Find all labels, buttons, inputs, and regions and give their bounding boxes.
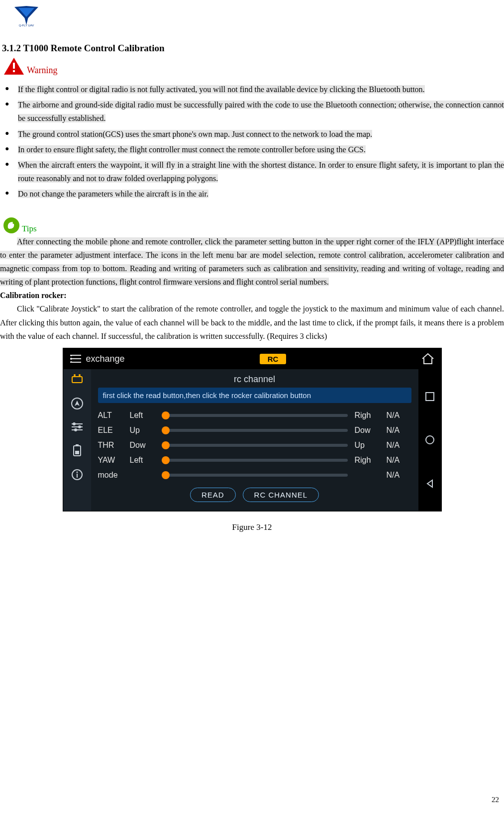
- panel-title: rc channel: [98, 373, 411, 388]
- model-icon[interactable]: [71, 374, 84, 385]
- nav-home-icon[interactable]: [425, 435, 435, 445]
- channel-right: Righ: [355, 456, 380, 465]
- svg-point-12: [79, 374, 81, 376]
- calibration-heading: Calibration rocker:: [0, 289, 504, 302]
- warning-item: When the aircraft enters the waypoint, i…: [0, 158, 504, 187]
- warning-list: If the flight control or digital radio i…: [0, 80, 504, 203]
- tips-label: Tips: [22, 224, 37, 234]
- app-screenshot: exchange RC: [63, 348, 442, 511]
- tips-paragraph: After connecting the mobile phone and re…: [0, 235, 504, 289]
- compass-icon[interactable]: [71, 397, 84, 410]
- warning-item: Do not change the parameters while the a…: [0, 187, 504, 203]
- channel-slider[interactable]: [162, 474, 348, 477]
- channel-row: YAW Left Righ N/A: [98, 453, 411, 468]
- tune-icon[interactable]: [71, 422, 84, 432]
- channel-dir: Left: [130, 411, 155, 420]
- calibration-paragraph: Click "Calibrate Joystick" to start the …: [0, 302, 504, 343]
- page-number: 22: [492, 796, 499, 804]
- svg-point-14: [73, 422, 76, 425]
- channel-slider[interactable]: [162, 459, 348, 462]
- tips-icon: [3, 217, 20, 234]
- brand-logo: Q-FLY UAV: [0, 5, 504, 34]
- channel-name: mode: [98, 471, 123, 480]
- svg-point-15: [78, 425, 81, 428]
- menu-icon[interactable]: [70, 355, 81, 363]
- hint-bar: first click the read button,then click t…: [98, 388, 411, 403]
- svg-point-21: [76, 472, 78, 473]
- svg-point-9: [70, 361, 72, 363]
- svg-rect-23: [426, 393, 434, 401]
- qfly-logo-icon: Q-FLY UAV: [12, 5, 40, 27]
- warning-item: If the flight control or digital radio i…: [0, 83, 504, 98]
- channel-slider[interactable]: [162, 414, 348, 417]
- battery-icon[interactable]: [72, 444, 83, 457]
- svg-point-24: [426, 436, 434, 444]
- svg-rect-1: [13, 63, 15, 69]
- channel-na: N/A: [387, 411, 411, 420]
- channel-row: ELE Up Dow N/A: [98, 423, 411, 438]
- svg-point-8: [70, 358, 72, 360]
- svg-rect-18: [76, 444, 79, 446]
- topbar-exchange-label[interactable]: exchange: [86, 354, 125, 364]
- rc-channel-button[interactable]: RC CHANNEL: [243, 488, 319, 502]
- warning-item: The airborne and ground-side digital rad…: [0, 98, 504, 127]
- channel-row: ALT Left Righ N/A: [98, 408, 411, 423]
- svg-rect-10: [72, 377, 82, 383]
- channel-slider[interactable]: [162, 429, 348, 432]
- channel-na: N/A: [387, 426, 411, 435]
- home-icon[interactable]: [421, 353, 434, 364]
- channel-name: THR: [98, 441, 123, 450]
- warning-label: Warning: [27, 65, 58, 76]
- svg-text:Q-FLY UAV: Q-FLY UAV: [19, 24, 34, 27]
- channel-na: N/A: [387, 456, 411, 465]
- warning-item: In order to ensure flight safety, the fl…: [0, 143, 504, 158]
- channel-row: mode N/A: [98, 468, 411, 483]
- channel-slider[interactable]: [162, 444, 348, 447]
- section-heading: 3.1.2 T1000 Remote Control Calibration: [0, 34, 504, 56]
- channel-dir: Left: [130, 456, 155, 465]
- info-icon[interactable]: [71, 469, 83, 481]
- channel-row: THR Dow Up N/A: [98, 438, 411, 453]
- channel-na: N/A: [387, 471, 411, 480]
- nav-back-icon[interactable]: [425, 479, 434, 488]
- android-nav: [418, 369, 441, 511]
- channel-right: Righ: [355, 411, 380, 420]
- svg-point-16: [74, 428, 77, 431]
- channel-name: ELE: [98, 426, 123, 435]
- channel-name: YAW: [98, 456, 123, 465]
- channel-right: Dow: [355, 426, 380, 435]
- svg-point-7: [70, 355, 72, 356]
- channel-na: N/A: [387, 441, 411, 450]
- sidebar: [63, 369, 91, 511]
- channel-dir: Up: [130, 426, 155, 435]
- warning-icon: [3, 57, 25, 76]
- svg-rect-2: [13, 70, 15, 72]
- nav-recent-icon[interactable]: [425, 392, 434, 401]
- channel-name: ALT: [98, 411, 123, 420]
- read-button[interactable]: READ: [190, 488, 236, 502]
- svg-rect-22: [77, 474, 78, 478]
- svg-point-11: [74, 374, 76, 376]
- rc-badge: RC: [260, 354, 287, 364]
- channel-right: Up: [355, 441, 380, 450]
- figure-caption: Figure 3-12: [0, 511, 504, 532]
- warning-item: The ground control station(GCS) uses the…: [0, 127, 504, 143]
- svg-rect-19: [75, 451, 79, 454]
- channel-dir: Dow: [130, 441, 155, 450]
